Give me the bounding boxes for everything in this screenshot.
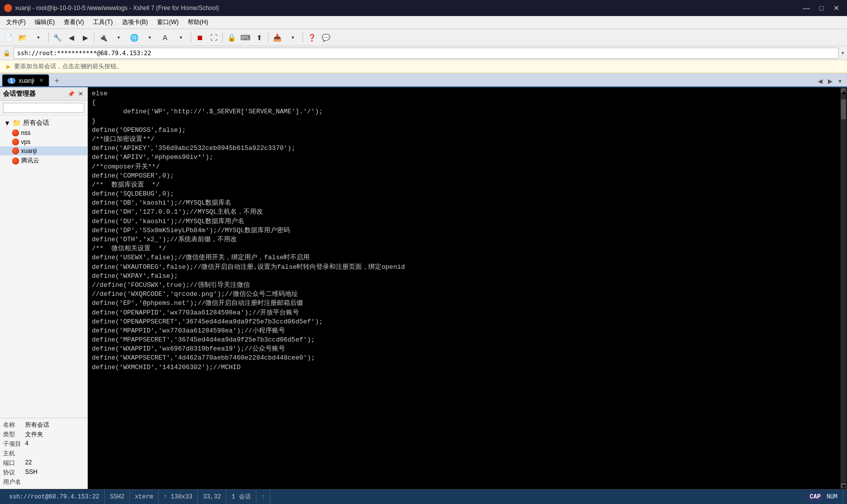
- terminal-scrollbar[interactable]: ▲ ▼: [840, 87, 847, 489]
- tree-item-xuanji[interactable]: xuanji: [0, 146, 87, 155]
- status-protocol-text: SSH2: [110, 493, 124, 500]
- menu-edit[interactable]: 编辑(E): [31, 17, 59, 28]
- term-line: define('OPENOSS',false);: [92, 126, 836, 135]
- status-position: 33,32: [198, 489, 226, 504]
- menu-help[interactable]: 帮助(H): [184, 17, 212, 28]
- content-wrapper: 会话管理器 📌 ✕ ▼ 📁 所有会话 nss vps: [0, 87, 847, 489]
- session-icon-xuanji: [12, 147, 19, 154]
- status-sessions: 1 会话: [226, 489, 256, 504]
- address-dropdown[interactable]: ▾: [841, 50, 844, 56]
- term-line: define('COMPOSER',0);: [92, 172, 836, 181]
- tree-item-tencentcloud[interactable]: 腾讯云: [0, 155, 87, 166]
- separator-2: [94, 33, 94, 43]
- prop-children: 子项目 4: [3, 439, 84, 449]
- help-button[interactable]: ❓: [305, 31, 318, 44]
- menu-tools[interactable]: 工具(T): [89, 17, 116, 28]
- session-icon-nss: [12, 129, 19, 136]
- status-ssh: ssh://root@68.79.4.153:22: [4, 489, 105, 504]
- address-bar: 🔒 ▾: [0, 46, 847, 60]
- globe-button[interactable]: 🌐: [127, 31, 140, 44]
- download-button[interactable]: 📥: [270, 31, 284, 44]
- font-dropdown[interactable]: ▾: [173, 31, 189, 44]
- term-line: define('APIKEY','356d9abc2532ceb0945b615…: [92, 144, 836, 153]
- tab-label: xuanji: [19, 77, 34, 84]
- tree-root-item[interactable]: ▼ 📁 所有会话: [0, 117, 87, 128]
- term-line: define('DP','5Sx8mK5ieyLPb84m');//MYSQL数…: [92, 226, 836, 235]
- open-button[interactable]: 📂: [16, 31, 29, 44]
- menu-bar: 文件(F) 编辑(E) 查看(V) 工具(T) 选项卡(B) 窗口(W) 帮助(…: [0, 16, 847, 29]
- term-line: define('SQLDEBUG',0);: [92, 190, 836, 199]
- tab-number: 1: [8, 78, 16, 84]
- prop-name: 名称 所有会话: [3, 420, 84, 430]
- sidebar-close-button[interactable]: ✕: [76, 90, 84, 98]
- scroll-track: [841, 94, 846, 482]
- connect-button[interactable]: 🔌: [96, 31, 109, 44]
- term-line: define('OPENAPPID','wx7703aa61284598ea')…: [92, 308, 836, 317]
- term-line: define('MPAPPSECRET','36745ed4d4ea9da9f2…: [92, 335, 836, 345]
- tree-label-tencentcloud: 腾讯云: [21, 156, 39, 165]
- term-line: }: [92, 117, 836, 126]
- download-dropdown[interactable]: ▾: [285, 31, 301, 44]
- term-line: /**接口加密设置**/: [92, 135, 836, 144]
- scroll-down-button[interactable]: ▼: [841, 483, 846, 488]
- status-position-text: 33,32: [203, 493, 221, 500]
- tab-bar: 1 xuanji ✕ + ◀ ▶ ▾: [0, 73, 847, 87]
- tree-root-label: 所有会话: [23, 118, 49, 127]
- globe-dropdown[interactable]: ▾: [142, 31, 158, 44]
- session-manager-button[interactable]: 🔧: [51, 31, 64, 44]
- sidebar-pin-button[interactable]: 📌: [67, 90, 75, 98]
- sidebar-search-input[interactable]: [3, 103, 84, 113]
- chat-button[interactable]: 💬: [319, 31, 332, 44]
- tab-prev-button[interactable]: ◀: [815, 76, 825, 86]
- separator-3: [191, 33, 191, 43]
- close-button[interactable]: ✕: [830, 3, 843, 14]
- status-upload: ↑: [256, 489, 270, 504]
- fullscreen-button[interactable]: ⛶: [207, 31, 220, 44]
- term-line: /** 数据库设置 */: [92, 181, 836, 190]
- scroll-up-button[interactable]: ▲: [841, 88, 846, 93]
- tab-xuanji[interactable]: 1 xuanji ✕: [2, 74, 49, 86]
- tree-item-vps[interactable]: vps: [0, 137, 87, 146]
- term-line: else: [92, 89, 836, 98]
- menu-file[interactable]: 文件(F): [2, 17, 30, 28]
- tip-arrow-icon: ➤: [5, 63, 11, 71]
- forward-button[interactable]: ▶: [79, 31, 92, 44]
- folder-icon: 📁: [13, 119, 21, 127]
- back-button[interactable]: ◀: [65, 31, 78, 44]
- upload-button[interactable]: ⬆: [253, 31, 266, 44]
- add-tab-button[interactable]: +: [51, 75, 62, 86]
- term-line: /**composer开关**/: [92, 162, 836, 172]
- tip-bar: ➤ 要添加当前会话，点击左侧的箭头按钮。: [0, 60, 847, 73]
- term-line: /** 微信相关设置 */: [92, 244, 836, 253]
- term-line: define('USEWX',false);//微信使用开关，绑定用户，fals…: [92, 253, 836, 262]
- tab-menu-button[interactable]: ▾: [835, 76, 845, 86]
- status-sessions-text: 1 会话: [231, 492, 250, 501]
- menu-view[interactable]: 查看(V): [60, 17, 88, 28]
- terminal[interactable]: else { define('WP','http://'.$_SERVER['S…: [88, 87, 840, 489]
- new-session-button[interactable]: 📄: [2, 31, 15, 44]
- minimize-button[interactable]: —: [800, 3, 813, 14]
- session-icon-tencentcloud: [12, 157, 19, 164]
- term-line: define('WXPAY',false);: [92, 272, 836, 281]
- connect-dropdown[interactable]: ▾: [110, 31, 126, 44]
- tree-item-nss[interactable]: nss: [0, 128, 87, 137]
- maximize-button[interactable]: □: [815, 3, 828, 14]
- tab-next-button[interactable]: ▶: [825, 76, 835, 86]
- open-dropdown[interactable]: ▾: [30, 31, 46, 44]
- address-input[interactable]: [14, 48, 838, 59]
- separator-4: [222, 33, 223, 43]
- font-button[interactable]: A: [159, 31, 172, 44]
- tab-close-button[interactable]: ✕: [39, 77, 44, 84]
- scroll-thumb[interactable]: [841, 99, 846, 119]
- term-line: define('WXMCHID','1414206302');//MCHID: [92, 363, 836, 372]
- prop-host: 主机: [3, 449, 84, 458]
- status-ssh-text: ssh://root@68.79.4.153:22: [9, 493, 99, 500]
- status-dimensions-text: ↑ 130x33: [164, 493, 193, 500]
- stop-button[interactable]: ⏹: [193, 31, 206, 44]
- menu-window[interactable]: 窗口(W): [153, 17, 183, 28]
- prop-port: 端口 22: [3, 458, 84, 468]
- term-line: define('MPAPPID','wx7703aa61284598ea');/…: [92, 326, 836, 335]
- lock-button[interactable]: 🔒: [225, 31, 238, 44]
- keyboard-button[interactable]: ⌨: [239, 31, 252, 44]
- menu-tabs[interactable]: 选项卡(B): [118, 17, 152, 28]
